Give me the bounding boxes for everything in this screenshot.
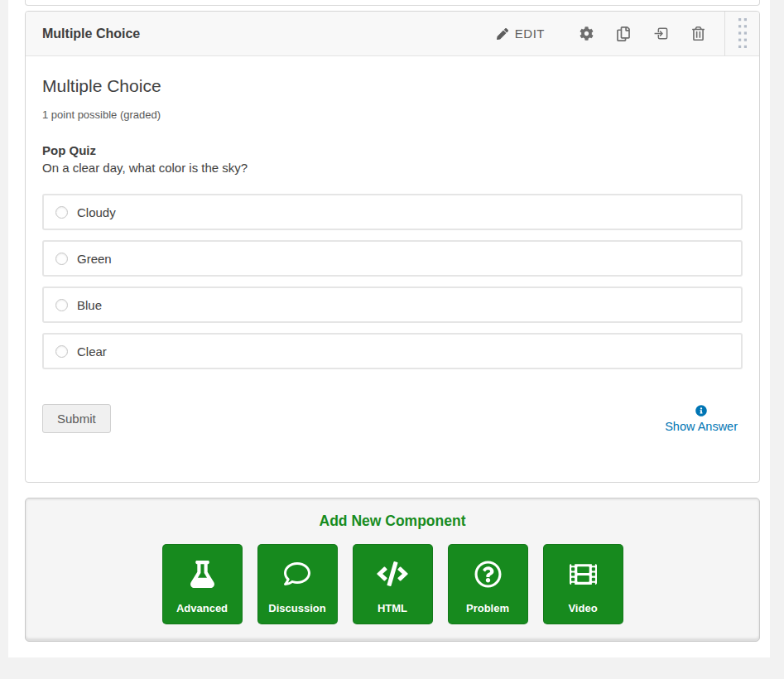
radio-button-icon[interactable]: [55, 253, 68, 265]
component-type-buttons: Advanced Discussion HTML Problem: [26, 544, 759, 624]
add-new-component-panel: Add New Component Advanced Discussion HT…: [25, 498, 760, 642]
gear-icon: [580, 26, 594, 41]
answer-option-row[interactable]: Cloudy: [42, 194, 743, 230]
show-answer-link[interactable]: Show Answer: [665, 405, 738, 433]
question-circle-icon: [474, 557, 502, 590]
comment-icon: [283, 557, 311, 590]
code-icon: [377, 557, 408, 590]
drag-handle[interactable]: [724, 12, 759, 55]
component-button-label: Problem: [466, 602, 509, 614]
edit-button-label: EDIT: [515, 26, 545, 41]
show-answer-label: Show Answer: [665, 420, 738, 433]
add-discussion-button[interactable]: Discussion: [257, 544, 338, 624]
move-icon: [653, 26, 669, 41]
submit-button[interactable]: Submit: [42, 404, 111, 433]
question-title: Pop Quiz: [42, 143, 743, 157]
component-button-label: Advanced: [176, 602, 228, 614]
question-text: On a clear day, what color is the sky?: [42, 161, 743, 175]
answer-option-label: Blue: [77, 298, 102, 312]
answer-option-row[interactable]: Clear: [42, 333, 743, 369]
delete-icon: [692, 26, 705, 41]
add-html-button[interactable]: HTML: [353, 544, 433, 624]
flask-icon: [190, 557, 214, 590]
xblock-component-card: Multiple Choice EDIT: [25, 11, 760, 483]
add-video-button[interactable]: Video: [543, 544, 623, 624]
answer-option-row[interactable]: Blue: [42, 287, 743, 323]
drag-handle-icon: [738, 17, 748, 51]
add-problem-button[interactable]: Problem: [448, 544, 528, 624]
answer-option-label: Clear: [77, 344, 107, 359]
radio-button-icon[interactable]: [55, 206, 68, 219]
delete-button[interactable]: [681, 22, 716, 46]
radio-button-icon[interactable]: [55, 345, 68, 358]
previous-component-edge: [25, 0, 760, 6]
answer-option-label: Green: [77, 252, 112, 266]
answer-option-row[interactable]: Green: [42, 240, 743, 277]
component-header: Multiple Choice EDIT: [26, 12, 759, 56]
duplicate-button[interactable]: [605, 22, 642, 46]
component-button-label: HTML: [378, 602, 407, 614]
move-button[interactable]: [642, 21, 681, 46]
film-icon: [570, 557, 597, 590]
settings-button[interactable]: [568, 22, 605, 46]
component-title: Multiple Choice: [42, 26, 140, 41]
problem-preview: Multiple Choice 1 point possible (graded…: [26, 56, 759, 433]
add-new-component-title: Add New Component: [26, 513, 759, 530]
component-actions: EDIT: [485, 12, 759, 55]
problem-heading: Multiple Choice: [42, 76, 743, 96]
component-button-label: Video: [568, 602, 597, 614]
answer-option-label: Cloudy: [77, 205, 116, 219]
radio-button-icon[interactable]: [55, 299, 68, 311]
info-circle-icon: [695, 405, 707, 417]
component-button-label: Discussion: [268, 602, 325, 614]
unit-content-area: Multiple Choice EDIT: [8, 0, 770, 657]
points-text: 1 point possible (graded): [42, 108, 743, 121]
edit-button[interactable]: EDIT: [485, 22, 556, 46]
pencil-icon: [497, 28, 508, 40]
problem-actions-row: Submit Show Answer: [42, 404, 743, 433]
duplicate-icon: [617, 26, 630, 41]
add-advanced-button[interactable]: Advanced: [162, 544, 243, 624]
